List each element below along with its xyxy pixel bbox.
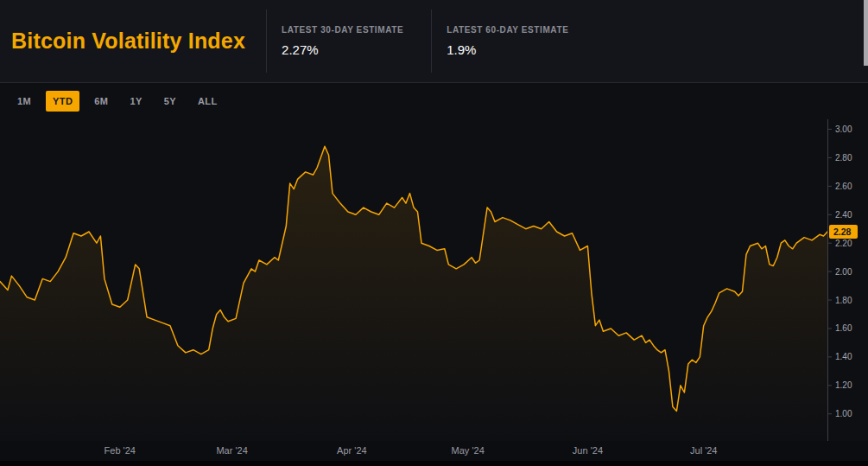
- stat-30day-estimate: LATEST 30-DAY ESTIMATE 2.27%: [267, 0, 431, 82]
- x-tick-label: Jul '24: [690, 445, 717, 456]
- range-tabs: 1MYTD6M1Y5YALL: [0, 83, 868, 119]
- chart-area[interactable]: 1.001.201.401.601.802.002.202.402.602.80…: [0, 119, 868, 441]
- last-value-badge-group: 2.28: [829, 225, 858, 239]
- stat-60day-label: LATEST 60-DAY ESTIMATE: [447, 25, 568, 35]
- stat-60day-estimate: LATEST 60-DAY ESTIMATE 1.9%: [432, 0, 596, 82]
- volatility-chart[interactable]: 1.001.201.401.601.802.002.202.402.602.80…: [0, 119, 868, 441]
- y-tick-label: 1.80: [835, 296, 852, 305]
- y-tick-label: 3.00: [835, 124, 852, 134]
- y-tick-label: 2.00: [835, 267, 852, 277]
- stat-30day-value: 2.27%: [282, 42, 403, 57]
- stat-30day-label: LATEST 30-DAY ESTIMATE: [282, 25, 403, 35]
- x-tick-label: May '24: [452, 445, 485, 456]
- y-tick-label: 2.80: [835, 153, 852, 163]
- y-tick-label: 2.60: [835, 182, 852, 191]
- stat-60day-value: 1.9%: [447, 42, 568, 57]
- tab-ytd[interactable]: YTD: [46, 91, 79, 112]
- y-tick-label: 1.60: [835, 323, 852, 333]
- x-tick-label: Jun '24: [573, 445, 603, 456]
- scrollbar-thumb[interactable]: [864, 0, 868, 66]
- tab-1m[interactable]: 1M: [10, 91, 38, 112]
- y-tick-label: 2.20: [835, 239, 852, 248]
- y-tick-label: 1.20: [835, 380, 852, 390]
- header: Bitcoin Volatility Index LATEST 30-DAY E…: [0, 0, 868, 83]
- y-tick-label: 2.40: [835, 210, 852, 220]
- x-tick-label: Mar '24: [216, 445, 247, 456]
- bitcoin-volatility-app: Bitcoin Volatility Index LATEST 30-DAY E…: [0, 0, 868, 466]
- y-tick-label: 1.00: [835, 409, 852, 418]
- y-tick-label: 1.40: [835, 352, 852, 361]
- area-fill: [0, 146, 827, 441]
- tab-all[interactable]: ALL: [191, 91, 225, 112]
- y-axis: 1.001.201.401.601.802.002.202.402.602.80…: [827, 124, 852, 418]
- last-value-label: 2.28: [833, 227, 852, 237]
- x-tick-label: Feb '24: [105, 445, 136, 456]
- page-title: Bitcoin Volatility Index: [0, 0, 266, 82]
- x-axis: Feb '24Mar '24Apr '24May '24Jun '24Jul '…: [0, 441, 868, 466]
- x-tick-label: Apr '24: [337, 445, 367, 456]
- tab-1y[interactable]: 1Y: [123, 91, 149, 112]
- tab-6m[interactable]: 6M: [87, 91, 115, 112]
- tab-5y[interactable]: 5Y: [157, 91, 183, 112]
